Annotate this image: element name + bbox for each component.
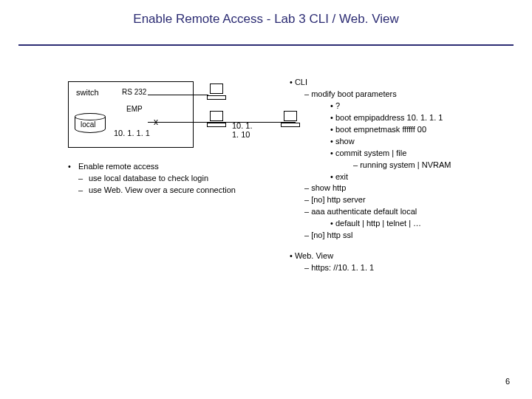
right-r1a: ?: [299, 100, 451, 112]
computer-icon: [207, 111, 226, 129]
right-cli: CLI: [299, 77, 451, 89]
right-r1c: boot empnetmask ffffff 00: [299, 124, 451, 136]
diagram-area: switch RS 232 EMP local 10. 1. 1. 1 x 10…: [68, 81, 253, 148]
title-rule: [18, 44, 514, 46]
left-l0: Enable remote access: [78, 162, 159, 171]
right-r1b: boot empipaddress 10. 1. 1. 1: [299, 112, 451, 124]
right-r4: aaa authenticate default local: [299, 206, 451, 218]
right-r3: [no] http server: [299, 194, 451, 206]
switch-box: switch RS 232 EMP local 10. 1. 1. 1: [68, 81, 194, 148]
slide-number: 6: [505, 377, 510, 386]
ip-left: 10. 1. 1. 1: [114, 129, 150, 137]
right-r5: [no] http ssl: [299, 230, 451, 242]
right-bullet-list: CLI modify boot parameters ? boot empipa…: [299, 77, 451, 274]
right-r1: modify boot parameters: [299, 89, 451, 100]
emp-label: EMP: [126, 105, 143, 113]
switch-label: switch: [76, 88, 99, 97]
right-r4a: default | http | telnet | …: [299, 218, 451, 230]
page-title: Enable Remote Access - Lab 3 CLI / Web. …: [0, 0, 532, 27]
right-r1d: show: [299, 136, 451, 148]
local-label: local: [81, 120, 96, 129]
left-bullet-list: •Enable remote access –use local databas…: [68, 161, 236, 197]
rs232-label: RS 232: [122, 88, 146, 96]
right-r1e1: running system | NVRAM: [299, 160, 451, 171]
right-r1f: exit: [299, 171, 451, 183]
left-l1: use local database to check login: [89, 174, 208, 183]
left-l2: use Web. View over a secure connection: [89, 185, 236, 194]
right-webview: Web. View: [299, 250, 451, 262]
x-mark: x: [154, 117, 158, 127]
right-r2: show http: [299, 183, 451, 194]
ip-right: 10. 1. 1. 10: [232, 121, 253, 139]
computer-icon: [207, 83, 226, 101]
computer-icon: [281, 111, 300, 129]
right-r1e: commit system | file: [299, 148, 451, 160]
right-wv1: https: //10. 1. 1. 1: [299, 262, 451, 274]
rs232-line: [148, 95, 208, 95]
